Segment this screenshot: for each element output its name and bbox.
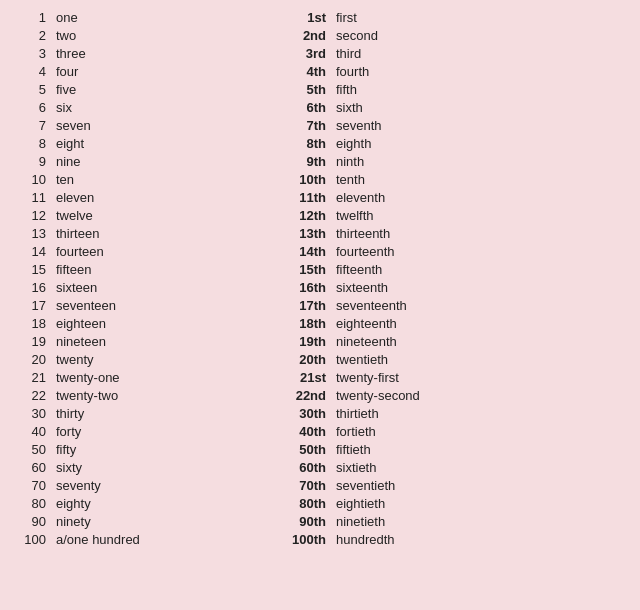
numbers-table: 1 one 1st first 2 two 2nd second 3 three… xyxy=(10,8,630,548)
cardinal-number: 16 xyxy=(10,278,50,296)
ordinal-number: 16th xyxy=(270,278,330,296)
cardinal-number: 100 xyxy=(10,530,50,548)
spacer xyxy=(210,44,270,62)
table-row: 16 sixteen 16th sixteenth xyxy=(10,278,630,296)
ordinal-word: fortieth xyxy=(330,422,630,440)
spacer xyxy=(210,8,270,26)
cardinal-number: 14 xyxy=(10,242,50,260)
ordinal-word: twenty-first xyxy=(330,368,630,386)
table-row: 14 fourteen 14th fourteenth xyxy=(10,242,630,260)
spacer xyxy=(210,296,270,314)
ordinal-number: 4th xyxy=(270,62,330,80)
spacer xyxy=(210,98,270,116)
ordinal-number: 6th xyxy=(270,98,330,116)
cardinal-number: 11 xyxy=(10,188,50,206)
ordinal-number: 5th xyxy=(270,80,330,98)
ordinal-number: 17th xyxy=(270,296,330,314)
table-row: 22 twenty-two 22nd twenty-second xyxy=(10,386,630,404)
ordinal-number: 11th xyxy=(270,188,330,206)
table-row: 70 seventy 70th seventieth xyxy=(10,476,630,494)
cardinal-word: sixty xyxy=(50,458,210,476)
table-row: 7 seven 7th seventh xyxy=(10,116,630,134)
cardinal-word: two xyxy=(50,26,210,44)
ordinal-word: third xyxy=(330,44,630,62)
ordinal-word: sixteenth xyxy=(330,278,630,296)
table-row: 40 forty 40th fortieth xyxy=(10,422,630,440)
ordinal-number: 12th xyxy=(270,206,330,224)
cardinal-word: ten xyxy=(50,170,210,188)
spacer xyxy=(210,206,270,224)
ordinal-number: 20th xyxy=(270,350,330,368)
spacer xyxy=(210,224,270,242)
cardinal-number: 80 xyxy=(10,494,50,512)
ordinal-word: sixth xyxy=(330,98,630,116)
cardinal-number: 5 xyxy=(10,80,50,98)
table-row: 60 sixty 60th sixtieth xyxy=(10,458,630,476)
spacer xyxy=(210,512,270,530)
main-table-container: 1 one 1st first 2 two 2nd second 3 three… xyxy=(0,8,640,548)
spacer xyxy=(210,350,270,368)
table-row: 1 one 1st first xyxy=(10,8,630,26)
cardinal-word: fifteen xyxy=(50,260,210,278)
table-row: 50 fifty 50th fiftieth xyxy=(10,440,630,458)
cardinal-word: fourteen xyxy=(50,242,210,260)
cardinal-word: ninety xyxy=(50,512,210,530)
ordinal-number: 70th xyxy=(270,476,330,494)
ordinal-word: eighteenth xyxy=(330,314,630,332)
spacer xyxy=(210,368,270,386)
table-row: 4 four 4th fourth xyxy=(10,62,630,80)
cardinal-number: 9 xyxy=(10,152,50,170)
cardinal-number: 13 xyxy=(10,224,50,242)
spacer xyxy=(210,314,270,332)
cardinal-number: 17 xyxy=(10,296,50,314)
spacer xyxy=(210,278,270,296)
cardinal-number: 70 xyxy=(10,476,50,494)
ordinal-number: 22nd xyxy=(270,386,330,404)
cardinal-word: seven xyxy=(50,116,210,134)
table-row: 9 nine 9th ninth xyxy=(10,152,630,170)
cardinal-word: thirteen xyxy=(50,224,210,242)
spacer xyxy=(210,134,270,152)
ordinal-number: 10th xyxy=(270,170,330,188)
ordinal-number: 15th xyxy=(270,260,330,278)
ordinal-number: 7th xyxy=(270,116,330,134)
cardinal-number: 2 xyxy=(10,26,50,44)
ordinal-number: 80th xyxy=(270,494,330,512)
ordinal-word: seventeenth xyxy=(330,296,630,314)
cardinal-number: 18 xyxy=(10,314,50,332)
table-row: 8 eight 8th eighth xyxy=(10,134,630,152)
spacer xyxy=(210,404,270,422)
ordinal-word: thirtieth xyxy=(330,404,630,422)
ordinal-word: seventieth xyxy=(330,476,630,494)
cardinal-number: 3 xyxy=(10,44,50,62)
ordinal-word: fifth xyxy=(330,80,630,98)
table-row: 13 thirteen 13th thirteenth xyxy=(10,224,630,242)
ordinal-number: 21st xyxy=(270,368,330,386)
table-row: 5 five 5th fifth xyxy=(10,80,630,98)
spacer xyxy=(210,170,270,188)
spacer xyxy=(210,530,270,548)
ordinal-word: first xyxy=(330,8,630,26)
table-row: 21 twenty-one 21st twenty-first xyxy=(10,368,630,386)
spacer xyxy=(210,188,270,206)
table-row: 90 ninety 90th ninetieth xyxy=(10,512,630,530)
ordinal-number: 19th xyxy=(270,332,330,350)
table-row: 17 seventeen 17th seventeenth xyxy=(10,296,630,314)
spacer xyxy=(210,152,270,170)
ordinal-word: fiftieth xyxy=(330,440,630,458)
table-row: 18 eighteen 18th eighteenth xyxy=(10,314,630,332)
ordinal-word: fourteenth xyxy=(330,242,630,260)
table-row: 3 three 3rd third xyxy=(10,44,630,62)
cardinal-number: 8 xyxy=(10,134,50,152)
ordinal-word: fourth xyxy=(330,62,630,80)
ordinal-word: second xyxy=(330,26,630,44)
cardinal-word: twenty xyxy=(50,350,210,368)
cardinal-word: fifty xyxy=(50,440,210,458)
cardinal-word: eight xyxy=(50,134,210,152)
ordinal-number: 30th xyxy=(270,404,330,422)
spacer xyxy=(210,62,270,80)
cardinal-number: 19 xyxy=(10,332,50,350)
cardinal-word: twenty-one xyxy=(50,368,210,386)
ordinal-number: 40th xyxy=(270,422,330,440)
cardinal-word: six xyxy=(50,98,210,116)
